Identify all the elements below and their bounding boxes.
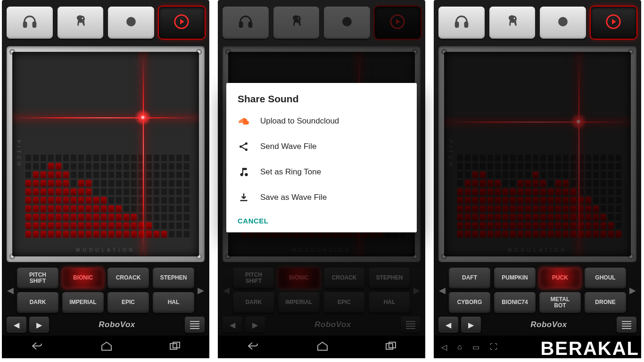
- share-icon: [238, 140, 250, 153]
- preset-epic[interactable]: EPIC: [107, 292, 149, 313]
- recent-icon[interactable]: ▭: [472, 343, 479, 352]
- parrot-button[interactable]: [489, 7, 536, 39]
- parrot-button[interactable]: [273, 7, 320, 39]
- system-nav-bar: [218, 336, 425, 358]
- preset-pitch-shift[interactable]: PITCHSHIFT: [17, 268, 58, 288]
- preset-hal[interactable]: HAL: [369, 292, 410, 313]
- preset-pumpkin[interactable]: PUMPKIN: [494, 268, 536, 288]
- preset-page-right[interactable]: ▶: [197, 285, 205, 296]
- next-button[interactable]: ▶: [29, 317, 49, 333]
- menu-button[interactable]: [617, 317, 636, 333]
- next-button[interactable]: ▶: [461, 317, 481, 333]
- preset-cyborg[interactable]: CYBORG: [449, 292, 490, 313]
- headphones-icon: [238, 14, 254, 32]
- axis-modulation-label: MODULATION: [508, 247, 567, 253]
- home-icon[interactable]: ⌂: [457, 343, 462, 351]
- download-icon: [238, 191, 250, 204]
- preset-daft[interactable]: DAFT: [449, 268, 490, 288]
- parrot-icon: [504, 14, 520, 32]
- xy-touchpad[interactable]: PITCHMODULATION: [444, 52, 631, 256]
- headphones-icon: [454, 14, 470, 32]
- preset-metal-bot[interactable]: METALBOT: [539, 292, 581, 313]
- svg-point-9: [298, 18, 299, 19]
- preset-dark[interactable]: DARK: [17, 292, 58, 313]
- dialog-option-label: Upload to Soundcloud: [260, 116, 339, 126]
- menu-button[interactable]: [185, 317, 205, 333]
- preset-page-left[interactable]: ◀: [438, 285, 446, 296]
- preset-page-left[interactable]: ◀: [7, 285, 14, 296]
- back-icon[interactable]: [30, 341, 44, 353]
- axis-modulation-label: MODULATION: [292, 247, 351, 253]
- next-button[interactable]: ▶: [245, 317, 265, 333]
- svg-rect-19: [465, 22, 468, 27]
- record-button[interactable]: [540, 7, 586, 39]
- record-icon: [339, 14, 355, 32]
- menu-icon: [406, 321, 415, 329]
- svg-rect-0: [24, 22, 26, 27]
- preset-drone[interactable]: DRONE: [585, 292, 626, 313]
- preset-page-right[interactable]: ▶: [629, 285, 636, 296]
- phone-screen-0: PITCHMODULATION◀PITCHSHIFTBIONICCROACKST…: [2, 0, 209, 358]
- prev-button[interactable]: ◀: [7, 317, 26, 333]
- home-icon[interactable]: [316, 341, 329, 353]
- axis-modulation-label: MODULATION: [76, 247, 135, 253]
- headphones-button[interactable]: [223, 7, 269, 39]
- expand-icon[interactable]: ⛶: [490, 343, 497, 351]
- headphones-button[interactable]: [438, 7, 485, 39]
- prev-button[interactable]: ◀: [438, 317, 458, 333]
- dialog-option-download[interactable]: Save as Wave File: [226, 185, 417, 210]
- dialog-option-share[interactable]: Send Wave File: [226, 134, 417, 159]
- preset-imperial[interactable]: IMPERIAL: [278, 292, 320, 313]
- app-title: RoboVox: [268, 320, 398, 329]
- dialog-option-soundcloud[interactable]: Upload to Soundcloud: [226, 108, 417, 134]
- dialog-cancel-button[interactable]: CANCEL: [226, 210, 417, 227]
- headphones-button[interactable]: [7, 7, 53, 39]
- svg-point-21: [558, 17, 568, 26]
- preset-puck[interactable]: PUCK: [539, 268, 581, 288]
- play-icon: [389, 14, 405, 32]
- preset-dark[interactable]: DARK: [233, 292, 274, 313]
- preset-bionic[interactable]: BIONIC: [62, 268, 104, 288]
- back-icon[interactable]: ◁: [441, 343, 447, 352]
- xy-touchpad[interactable]: PITCHMODULATION: [12, 52, 199, 256]
- preset-bionic[interactable]: BIONIC: [278, 268, 320, 288]
- preset-stephen[interactable]: STEPHEN: [153, 268, 194, 288]
- recent-icon[interactable]: [169, 341, 182, 353]
- play-icon: [605, 14, 621, 32]
- play-button[interactable]: [159, 7, 205, 39]
- dialog-option-music-note[interactable]: Set as Ring Tone: [226, 159, 417, 185]
- parrot-icon: [288, 14, 304, 32]
- play-icon: [173, 14, 190, 32]
- svg-rect-18: [455, 22, 458, 27]
- menu-icon: [622, 321, 631, 329]
- preset-bionic74[interactable]: BIONIC74: [494, 292, 536, 313]
- record-button[interactable]: [324, 7, 370, 39]
- headphones-icon: [22, 14, 38, 32]
- preset-imperial[interactable]: IMPERIAL: [62, 292, 104, 313]
- preset-hal[interactable]: HAL: [153, 292, 194, 313]
- preset-croack[interactable]: CROACK: [107, 268, 149, 288]
- preset-epic[interactable]: EPIC: [323, 292, 365, 313]
- record-icon: [555, 14, 571, 32]
- play-button[interactable]: [591, 7, 637, 39]
- recent-icon[interactable]: [385, 341, 397, 353]
- parrot-icon: [72, 14, 88, 32]
- share-sound-dialog: Share SoundUpload to SoundcloudSend Wave…: [226, 83, 417, 232]
- preset-ghoul[interactable]: GHOUL: [585, 268, 626, 288]
- preset-page-left[interactable]: ◀: [223, 285, 230, 296]
- record-button[interactable]: [108, 7, 154, 39]
- app-title: RoboVox: [484, 320, 614, 329]
- dialog-title: Share Sound: [226, 93, 417, 108]
- menu-button[interactable]: [401, 317, 421, 333]
- preset-pitch-shift[interactable]: PITCHSHIFT: [233, 268, 274, 288]
- prev-button[interactable]: ◀: [223, 317, 242, 333]
- preset-page-right[interactable]: ▶: [413, 285, 421, 296]
- soundcloud-icon: [238, 115, 250, 127]
- preset-croack[interactable]: CROACK: [323, 268, 365, 288]
- preset-stephen[interactable]: STEPHEN: [369, 268, 410, 288]
- back-icon[interactable]: [246, 341, 260, 353]
- play-button[interactable]: [375, 7, 421, 39]
- dialog-option-label: Send Wave File: [260, 142, 316, 151]
- home-icon[interactable]: [100, 341, 113, 353]
- parrot-button[interactable]: [58, 7, 104, 39]
